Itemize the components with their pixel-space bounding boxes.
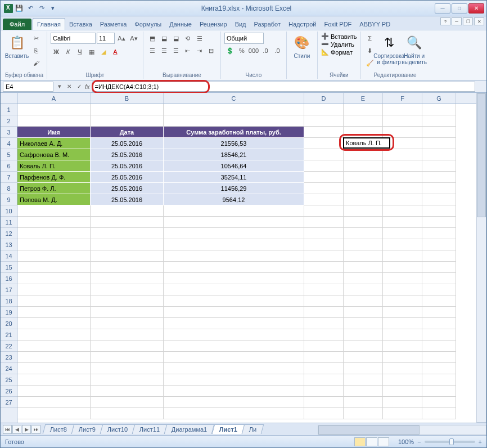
cell[interactable] <box>344 115 383 127</box>
cell[interactable] <box>164 307 304 318</box>
cell[interactable] <box>304 138 344 149</box>
cell[interactable] <box>422 329 456 341</box>
cell[interactable] <box>344 352 383 363</box>
redo-icon[interactable]: ↷ <box>37 3 47 14</box>
bold-button[interactable]: Ж <box>51 46 62 57</box>
row-header-23[interactable]: 23 <box>1 352 17 363</box>
close-button[interactable]: ✕ <box>468 3 484 14</box>
increase-indent-icon[interactable]: ⇥ <box>194 45 205 56</box>
column-header-G[interactable]: G <box>422 93 456 104</box>
cell[interactable] <box>383 104 422 115</box>
border-icon[interactable]: ▦ <box>86 46 97 57</box>
row-header-2[interactable]: 2 <box>1 115 17 127</box>
table-header-sum[interactable]: Сумма заработной платы, руб. <box>164 127 304 138</box>
table-cell-name[interactable]: Попова М. Д. <box>17 194 91 205</box>
row-header-8[interactable]: 8 <box>1 183 17 194</box>
cell[interactable] <box>383 295 422 307</box>
cell[interactable] <box>422 262 456 273</box>
zoom-out-button[interactable]: − <box>417 438 421 445</box>
font-name-combo[interactable]: Calibri <box>51 33 96 44</box>
formula-bar[interactable]: =ИНДЕКС(A4:C10;3;1) <box>92 82 475 92</box>
cell[interactable] <box>17 363 91 374</box>
autosum-icon[interactable]: Σ <box>364 33 376 44</box>
cell[interactable] <box>91 397 164 408</box>
table-cell-sum[interactable]: 21556,53 <box>164 138 304 149</box>
cells-area[interactable]: ИмяДатаСумма заработной платы, руб.Никол… <box>17 104 486 423</box>
table-cell-date[interactable]: 25.05.2016 <box>91 138 164 149</box>
sheet-tab[interactable]: Лист8 <box>43 424 75 434</box>
row-header-10[interactable]: 10 <box>1 205 17 217</box>
cell[interactable] <box>304 205 344 217</box>
cell[interactable] <box>422 138 456 149</box>
cell[interactable] <box>304 397 344 408</box>
cell[interactable] <box>422 104 456 115</box>
cut-icon[interactable]: ✂ <box>30 33 42 44</box>
tab-foxit[interactable]: Foxit PDF <box>320 19 355 30</box>
table-cell-date[interactable]: 25.05.2016 <box>91 183 164 194</box>
cell[interactable] <box>422 194 456 205</box>
cell[interactable] <box>383 239 422 250</box>
cell[interactable] <box>91 104 164 115</box>
cell[interactable] <box>164 397 304 408</box>
active-cell[interactable]: Коваль Л. П. <box>343 137 390 149</box>
cell[interactable] <box>383 352 422 363</box>
sheet-nav-last[interactable]: ⏭ <box>31 425 40 434</box>
sheet-tab[interactable]: Диаграмма1 <box>164 424 215 434</box>
cell[interactable] <box>17 228 91 239</box>
minimize-button[interactable]: ─ <box>435 3 450 14</box>
table-cell-sum[interactable]: 10546,64 <box>164 160 304 172</box>
cell[interactable] <box>422 374 456 386</box>
cell[interactable] <box>304 228 344 239</box>
cell[interactable] <box>422 172 456 183</box>
cell[interactable] <box>91 262 164 273</box>
cell[interactable] <box>91 217 164 228</box>
cell[interactable] <box>383 149 422 160</box>
cell[interactable] <box>344 104 383 115</box>
cell[interactable] <box>17 115 91 127</box>
row-header-11[interactable]: 11 <box>1 217 17 228</box>
cell[interactable] <box>422 318 456 329</box>
cell[interactable] <box>304 374 344 386</box>
cell[interactable] <box>17 408 91 419</box>
cell[interactable] <box>164 295 304 307</box>
cell[interactable] <box>383 374 422 386</box>
normal-view-button[interactable] <box>354 437 366 446</box>
cell[interactable] <box>17 239 91 250</box>
cell[interactable] <box>383 363 422 374</box>
font-size-combo[interactable]: 11 <box>97 33 115 44</box>
italic-button[interactable]: К <box>62 46 74 57</box>
cell[interactable] <box>344 329 383 341</box>
cell[interactable] <box>304 318 344 329</box>
cell[interactable] <box>304 307 344 318</box>
sheet-tab[interactable]: Лист10 <box>100 424 136 434</box>
cell[interactable] <box>422 363 456 374</box>
maximize-button[interactable]: □ <box>452 3 467 14</box>
row-headers[interactable]: 1234567891011121314151617181920212223242… <box>1 104 17 423</box>
namebox-dropdown-icon[interactable]: ▾ <box>56 83 64 90</box>
wb-minimize-button[interactable]: ─ <box>452 17 462 25</box>
cell[interactable] <box>164 104 304 115</box>
cell[interactable] <box>383 194 422 205</box>
cell[interactable] <box>344 239 383 250</box>
row-header-19[interactable]: 19 <box>1 307 17 318</box>
zoom-in-button[interactable]: + <box>479 438 482 445</box>
increase-decimal-icon[interactable]: .0 <box>260 45 271 56</box>
cell[interactable] <box>164 205 304 217</box>
column-header-E[interactable]: E <box>344 93 383 104</box>
cell[interactable] <box>91 307 164 318</box>
tab-dev[interactable]: Разработ <box>250 19 285 30</box>
cell[interactable] <box>422 205 456 217</box>
cell[interactable] <box>304 217 344 228</box>
cell[interactable] <box>344 228 383 239</box>
align-left-icon[interactable]: ☰ <box>147 45 158 56</box>
cell[interactable] <box>383 386 422 397</box>
cell[interactable] <box>164 374 304 386</box>
cell[interactable] <box>422 127 456 138</box>
cell[interactable] <box>383 217 422 228</box>
table-cell-date[interactable]: 25.05.2016 <box>91 194 164 205</box>
cell[interactable] <box>344 183 383 194</box>
help-button[interactable]: ? <box>440 17 450 25</box>
cell[interactable] <box>344 172 383 183</box>
row-header-15[interactable]: 15 <box>1 262 17 273</box>
row-header-22[interactable]: 22 <box>1 341 17 352</box>
